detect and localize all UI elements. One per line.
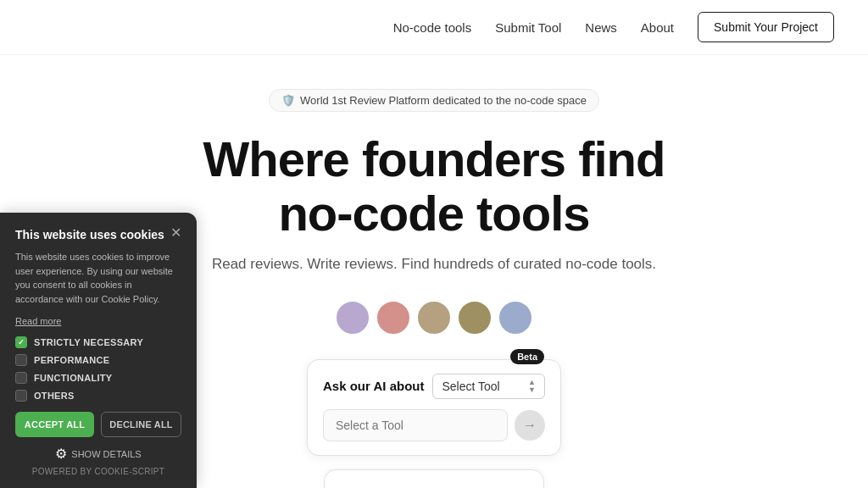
cookie-actions: ACCEPT ALL DECLINE ALL [15, 412, 181, 437]
cookie-banner: This website uses cookies ✕ This website… [0, 213, 197, 488]
hero-title: Where founders find no-code tools [203, 132, 665, 241]
badge-icon: 🛡️ [281, 94, 295, 107]
avatar-4 [457, 300, 492, 336]
bottom-card-peek [324, 469, 544, 488]
cookie-body-text: This website uses cookies to improve use… [15, 250, 181, 306]
cookie-option-performance-label: PERFORMANCE [34, 355, 109, 365]
cookie-checkbox-functionality[interactable] [15, 372, 27, 384]
select-tool-arrows-icon: ▲▼ [528, 379, 536, 394]
nav-no-code-tools[interactable]: No-code tools [393, 20, 472, 35]
send-icon: → [523, 418, 537, 433]
submit-project-button[interactable]: Submit Your Project [698, 12, 834, 42]
badge-text: World 1st Review Platform dedicated to t… [300, 94, 587, 107]
beta-badge: Beta [510, 349, 544, 364]
avatar-2 [376, 300, 411, 336]
cookie-option-strictly[interactable]: STRICTLY NECESSARY [15, 336, 181, 348]
cookie-read-more-link[interactable]: Read more [15, 316, 61, 326]
avatar-5 [498, 300, 533, 336]
platform-badge: 🛡️ World 1st Review Platform dedicated t… [269, 89, 599, 112]
ai-widget-wrapper: Beta Ask our AI about Select Tool ▲▼ → [307, 359, 561, 456]
ai-input-row: → [323, 409, 545, 441]
accept-all-button[interactable]: ACCEPT ALL [15, 412, 94, 437]
cookie-option-functionality[interactable]: FUNCTIONALITY [15, 372, 181, 384]
cookie-powered-by: POWERED BY COOKIE-SCRIPT [15, 467, 181, 476]
header: No-code tools Submit Tool News About Sub… [0, 0, 868, 55]
ai-widget: Ask our AI about Select Tool ▲▼ → [307, 359, 561, 456]
cookie-close-button[interactable]: ✕ [170, 226, 181, 240]
cookie-show-details-link[interactable]: SHOW DETAILS [71, 449, 141, 459]
cookie-checkbox-performance[interactable] [15, 354, 27, 366]
cookie-option-others[interactable]: OTHERS [15, 390, 181, 402]
cookie-details-row: ⚙ SHOW DETAILS [15, 446, 181, 462]
cookie-checkbox-strictly[interactable] [15, 336, 27, 348]
select-tool-label: Select Tool [442, 380, 499, 393]
cookie-option-others-label: OTHERS [34, 391, 75, 401]
cookie-details-gear-icon: ⚙ [55, 446, 67, 462]
cookie-header: This website uses cookies ✕ [15, 228, 181, 241]
decline-all-button[interactable]: DECLINE ALL [101, 412, 181, 437]
nav: No-code tools Submit Tool News About [393, 20, 674, 35]
ai-send-button[interactable]: → [515, 410, 545, 441]
ai-widget-top: Ask our AI about Select Tool ▲▼ [323, 374, 545, 399]
cookie-title: This website uses cookies [15, 228, 164, 241]
ai-label: Ask our AI about [323, 379, 424, 393]
avatar-row [335, 300, 533, 336]
cookie-checkbox-others[interactable] [15, 390, 27, 402]
avatar-3 [416, 300, 452, 336]
select-tool-button[interactable]: Select Tool ▲▼ [432, 374, 545, 399]
nav-submit-tool[interactable]: Submit Tool [495, 20, 561, 35]
nav-news[interactable]: News [585, 20, 617, 35]
cookie-option-strictly-label: STRICTLY NECESSARY [34, 337, 143, 347]
hero-subtitle: Read reviews. Write reviews. Find hundre… [212, 256, 656, 273]
cookie-option-performance[interactable]: PERFORMANCE [15, 354, 181, 366]
cookie-options: STRICTLY NECESSARY PERFORMANCE FUNCTIONA… [15, 336, 181, 402]
cookie-option-functionality-label: FUNCTIONALITY [34, 373, 113, 383]
avatar-1 [335, 300, 370, 336]
ai-tool-input[interactable] [323, 409, 508, 441]
nav-about[interactable]: About [641, 20, 674, 35]
